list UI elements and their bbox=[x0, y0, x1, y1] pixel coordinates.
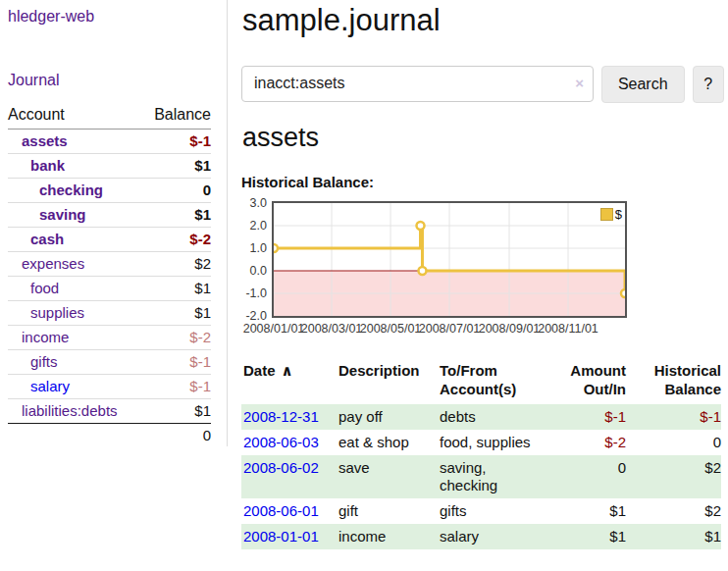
transaction-description: save bbox=[337, 455, 438, 498]
account-name-cell: checking bbox=[8, 179, 141, 203]
account-balance: $-1 bbox=[141, 350, 211, 375]
transaction-date-link[interactable]: 2008-06-01 bbox=[243, 502, 319, 519]
register-header-balance: Historical Balance bbox=[626, 361, 721, 404]
x-axis-label: 2008/05/01 bbox=[360, 322, 422, 336]
transaction-amount: $-2 bbox=[566, 430, 626, 455]
transaction-date-link[interactable]: 2008-01-01 bbox=[243, 528, 319, 545]
account-row: cash$-2 bbox=[8, 228, 211, 252]
transaction-accounts: salary bbox=[438, 524, 566, 549]
table-row: 2008-06-03eat & shopfood, supplies$-20 bbox=[241, 430, 721, 455]
account-row: assets$-1 bbox=[8, 130, 211, 154]
search-input[interactable] bbox=[241, 66, 594, 102]
transaction-balance: $2 bbox=[626, 498, 721, 524]
account-link-gifts[interactable]: gifts bbox=[30, 353, 58, 370]
account-link-income[interactable]: income bbox=[22, 329, 69, 345]
brand-link[interactable]: hledger-web bbox=[8, 8, 220, 26]
register-header-accounts: To/From Account(s) bbox=[438, 361, 566, 404]
x-axis-label: 2008/01/01 bbox=[243, 322, 305, 336]
y-axis-label: 0.0 bbox=[241, 263, 267, 279]
account-name-cell: income bbox=[8, 326, 141, 350]
transaction-description: pay off bbox=[337, 404, 438, 430]
account-link-salary[interactable]: salary bbox=[30, 378, 70, 394]
x-axis-label: 2008/11/01 bbox=[538, 322, 598, 336]
transaction-date-link[interactable]: 2008-06-03 bbox=[243, 434, 319, 450]
account-name-cell: expenses bbox=[8, 252, 141, 277]
table-row: 2008-01-01incomesalary$1$1 bbox=[241, 524, 721, 549]
transaction-date-link[interactable]: 2008-12-31 bbox=[243, 408, 319, 425]
account-link-assets[interactable]: assets bbox=[22, 132, 68, 149]
account-link-liabilities-debts[interactable]: liabilities:debts bbox=[22, 402, 118, 419]
sidebar-divider bbox=[227, 0, 228, 446]
transaction-balance: $-1 bbox=[626, 404, 721, 430]
account-balance: $1 bbox=[141, 154, 211, 179]
hledger-web-app: hledger-web Journal Account Balance asse… bbox=[0, 0, 728, 571]
help-button[interactable]: ? bbox=[693, 66, 724, 103]
main-content: sample.journal × Search ? assets Histori… bbox=[241, 0, 724, 549]
account-name-cell: salary bbox=[8, 375, 141, 399]
accounts-total-balance: 0 bbox=[141, 424, 211, 448]
accounts-header-balance: Balance bbox=[141, 106, 211, 130]
transaction-accounts: saving,checking bbox=[438, 455, 566, 498]
account-name-cell: supplies bbox=[8, 301, 141, 326]
transaction-accounts: food, supplies bbox=[438, 430, 566, 455]
search-button[interactable]: Search bbox=[601, 66, 685, 103]
table-row: 2008-12-31pay offdebts$-1$-1 bbox=[241, 404, 721, 430]
y-axis-label: 3.0 bbox=[241, 195, 267, 211]
transaction-balance: $2 bbox=[626, 455, 721, 498]
transaction-description: eat & shop bbox=[337, 430, 438, 455]
account-row: gifts$-1 bbox=[8, 350, 211, 375]
clear-search-icon[interactable]: × bbox=[575, 76, 584, 91]
sidebar: hledger-web Journal Account Balance asse… bbox=[0, 0, 220, 447]
chart-legend: $ bbox=[600, 207, 622, 222]
account-balance: $-1 bbox=[141, 375, 211, 399]
register-table: Date∧ Description To/From Account(s) Amo… bbox=[241, 361, 721, 549]
historical-balance-chart: 3.02.01.00.0-1.0-2.0$2008/01/012008/03/0… bbox=[241, 201, 724, 340]
account-row: expenses$2 bbox=[8, 252, 211, 277]
transaction-description: income bbox=[337, 524, 438, 549]
account-name-cell: liabilities:debts bbox=[8, 399, 141, 424]
register-header-description: Description bbox=[337, 361, 438, 404]
transaction-amount: 0 bbox=[566, 455, 626, 498]
x-axis-label: 2008/09/01 bbox=[479, 322, 541, 336]
register-header-date[interactable]: Date∧ bbox=[241, 361, 337, 404]
account-row: liabilities:debts$1 bbox=[8, 399, 211, 424]
account-balance: $1 bbox=[141, 399, 211, 424]
register-header-row: Date∧ Description To/From Account(s) Amo… bbox=[241, 361, 721, 404]
account-balance: $2 bbox=[141, 252, 211, 277]
transaction-balance: 0 bbox=[626, 430, 721, 455]
transaction-amount: $-1 bbox=[566, 404, 626, 430]
account-link-supplies[interactable]: supplies bbox=[30, 304, 84, 321]
legend-label: $ bbox=[615, 207, 622, 222]
account-row: income$-2 bbox=[8, 326, 211, 350]
sort-ascending-icon: ∧ bbox=[282, 362, 293, 379]
account-link-bank[interactable]: bank bbox=[30, 157, 65, 174]
accounts-total-row: 0 bbox=[8, 424, 211, 448]
y-axis-label: 1.0 bbox=[241, 240, 267, 256]
accounts-table: Account Balance assets$-1bank$1checking0… bbox=[8, 106, 211, 447]
transaction-date-link[interactable]: 2008-06-02 bbox=[243, 459, 319, 476]
account-row: saving$1 bbox=[8, 203, 211, 228]
account-balance: $1 bbox=[141, 301, 211, 326]
transaction-amount: $1 bbox=[566, 524, 626, 549]
page-title: sample.journal bbox=[242, 3, 724, 38]
transaction-date-cell: 2008-12-31 bbox=[241, 404, 337, 430]
transaction-accounts: gifts bbox=[438, 498, 566, 524]
y-axis-label: -1.0 bbox=[241, 286, 267, 301]
account-row: supplies$1 bbox=[8, 301, 211, 326]
account-link-checking[interactable]: checking bbox=[39, 182, 103, 198]
account-balance: $1 bbox=[141, 277, 211, 301]
account-name-cell: bank bbox=[8, 154, 141, 179]
account-name-cell: food bbox=[8, 277, 141, 301]
transaction-date-cell: 2008-06-02 bbox=[241, 455, 337, 498]
account-link-food[interactable]: food bbox=[30, 280, 59, 296]
account-balance: $-2 bbox=[141, 326, 211, 350]
account-balance: $1 bbox=[141, 203, 211, 228]
chart-plot-area[interactable]: $ bbox=[272, 201, 627, 318]
sidebar-item-journal[interactable]: Journal bbox=[8, 72, 220, 89]
account-link-cash[interactable]: cash bbox=[30, 231, 64, 247]
account-balance: $-1 bbox=[141, 130, 211, 154]
account-link-expenses[interactable]: expenses bbox=[22, 255, 84, 272]
legend-swatch-icon bbox=[600, 208, 613, 221]
account-link-saving[interactable]: saving bbox=[39, 206, 86, 223]
account-row: salary$-1 bbox=[8, 375, 211, 399]
